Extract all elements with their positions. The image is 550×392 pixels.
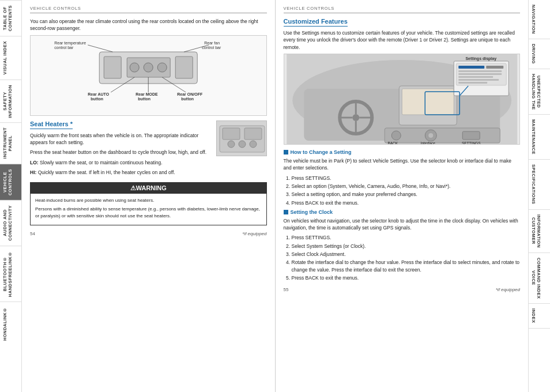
seat-heater-image — [216, 120, 267, 156]
svg-text:SETTINGS: SETTINGS — [461, 141, 480, 145]
right-page-footer: 55 *if equipped — [284, 285, 521, 292]
warning-box: ⚠WARNING Heat-induced burns are possible… — [30, 182, 267, 225]
left-page-footer: 54 *if equipped — [30, 229, 267, 236]
setting-clock-steps: Press SETTINGS. Select System Settings (… — [284, 234, 521, 281]
lo-description: Slowly warm the seat, or to maintain con… — [40, 160, 163, 165]
svg-rect-51 — [385, 128, 500, 143]
left-page-number: 54 — [30, 231, 35, 236]
sidebar-tab-safety[interactable]: SAFETYINFORMATION — [0, 80, 21, 123]
setting-clock-header: Setting the Clock — [284, 209, 521, 215]
right-page-number: 55 — [284, 287, 289, 292]
sidebar-tab-hondalink[interactable]: HONDALINK® — [0, 301, 21, 345]
sidebar-tab-maintenance[interactable]: MAINTENANCE — [529, 115, 550, 160]
how-to-change-steps: Press SETTINGS. Select an option (System… — [284, 175, 521, 206]
customized-features-title: Customized Features — [284, 18, 348, 27]
seat-heater-svg — [217, 121, 267, 156]
hi-text: HI: Quickly warm the seat. If left in HI… — [30, 169, 267, 176]
sidebar-tab-audio[interactable]: AUDIO ANDCONNECTIVITY — [0, 200, 21, 246]
sidebar-tab-voice[interactable]: VOICECOMMAND INDEX — [529, 253, 550, 304]
svg-rect-46 — [458, 76, 493, 78]
sidebar-tab-handling[interactable]: HANDLING THEUNEXPECTED — [529, 69, 550, 115]
how-to-change-step-4: Press BACK to exit the menus. — [292, 199, 521, 206]
setting-clock-step-2: Select System Settings (or Clock). — [292, 243, 521, 250]
svg-line-7 — [88, 45, 112, 52]
sidebar-tab-specifications[interactable]: SPECIFICATIONS — [529, 160, 550, 209]
sidebar-tab-driving[interactable]: DRIVING — [529, 39, 550, 69]
car-diagram-container: BACK Interface SETTINGS Settings display — [284, 54, 521, 145]
svg-point-26 — [228, 141, 235, 148]
car-diagram-svg: BACK Interface SETTINGS Settings display — [284, 54, 520, 145]
svg-point-28 — [250, 141, 257, 148]
sidebar-tab-index[interactable]: INDEX — [529, 304, 550, 328]
svg-point-5 — [144, 63, 153, 72]
page-right: VEHICLE CONTROLS Customized Features Use… — [276, 0, 529, 392]
customized-features-text: Use the Settings menus to customize cert… — [284, 29, 521, 51]
svg-text:button: button — [91, 97, 103, 101]
setting-clock-step-1: Press SETTINGS. — [292, 234, 521, 241]
svg-text:button: button — [181, 97, 194, 101]
left-equipped-note: *if equipped — [242, 231, 266, 236]
warning-content: Heat-induced burns are possible when usi… — [31, 194, 266, 225]
svg-rect-44 — [458, 70, 502, 72]
sidebar-tab-customer[interactable]: CUSTOMERINFORMATION — [529, 210, 550, 253]
svg-text:Interface: Interface — [420, 141, 435, 145]
hi-description: Quickly warm the seat. If left in HI, th… — [38, 169, 175, 175]
setting-clock-title: Setting the Clock — [291, 209, 333, 215]
left-sidebar: TABLE OFCONTENTS VISUAL INDEX SAFETYINFO… — [0, 0, 22, 392]
svg-rect-43 — [486, 66, 503, 69]
how-to-change-section: How to Change a Setting The vehicle must… — [284, 149, 521, 206]
setting-clock-step-5: Press BACK to exit the menus. — [292, 274, 521, 281]
svg-point-54 — [428, 133, 433, 138]
subsection-square-1 — [284, 150, 288, 154]
sidebar-tab-bluetooth[interactable]: BLUETOOTH®HANDSFREELINK® — [0, 246, 21, 301]
right-page-header: VEHICLE CONTROLS — [284, 6, 521, 13]
svg-text:control bar: control bar — [54, 46, 74, 50]
svg-text:button: button — [138, 97, 150, 101]
setting-clock-intro: On vehicles without navigation, use the … — [284, 217, 521, 232]
svg-rect-39 — [402, 89, 454, 115]
svg-point-27 — [239, 141, 246, 148]
seat-heaters-section: Seat Heaters * Quickly warm the front se… — [30, 120, 267, 176]
setting-clock-section: Setting the Clock On vehicles without na… — [284, 209, 521, 282]
sidebar-tab-toc[interactable]: TABLE OFCONTENTS — [0, 0, 21, 36]
svg-rect-2 — [175, 56, 193, 78]
svg-text:control bar: control bar — [202, 46, 221, 50]
sidebar-tab-navigation[interactable]: NAVIGATION — [529, 0, 550, 39]
svg-rect-45 — [458, 73, 502, 75]
svg-point-33 — [352, 114, 359, 121]
svg-text:Rear ON/OFF: Rear ON/OFF — [177, 92, 203, 96]
seat-heaters-title: Seat Heaters * — [30, 120, 73, 129]
sidebar-tab-vehicle-controls[interactable]: VEHICLECONTROLS — [0, 164, 21, 200]
how-to-change-step-3: Select a setting option, and make your p… — [292, 191, 521, 198]
sidebar-tab-visual-index[interactable]: VISUAL INDEX — [0, 36, 21, 79]
how-to-change-step-1: Press SETTINGS. — [292, 175, 521, 182]
intro-text: You can also operate the rear climate co… — [30, 18, 267, 32]
warning-p1: Heat-induced burns are possible when usi… — [35, 197, 262, 203]
svg-text:Rear MODE: Rear MODE — [135, 92, 158, 96]
left-page-header: VEHICLE CONTROLS — [30, 6, 267, 13]
lo-label: LO: — [30, 160, 39, 165]
warning-header: ⚠WARNING — [31, 183, 266, 194]
setting-clock-step-4: Rotate the interface dial to change the … — [292, 259, 521, 273]
svg-text:Rear temperature: Rear temperature — [54, 41, 86, 46]
how-to-change-intro: The vehicle must be in Park (P) to selec… — [284, 157, 521, 172]
rear-control-svg: Rear temperature control bar Rear fan co… — [35, 40, 262, 110]
svg-rect-1 — [104, 56, 121, 78]
svg-rect-55 — [462, 131, 480, 140]
svg-rect-42 — [458, 66, 484, 69]
sidebar-tab-instrument[interactable]: INSTRUMENTPANEL — [0, 122, 21, 163]
hi-label: HI: — [30, 169, 36, 175]
svg-rect-25 — [244, 128, 262, 140]
main-content: VEHICLE CONTROLS You can also operate th… — [22, 0, 528, 392]
svg-point-52 — [391, 131, 401, 140]
svg-point-6 — [157, 63, 167, 72]
right-sidebar: NAVIGATION DRIVING HANDLING THEUNEXPECTE… — [528, 0, 550, 392]
svg-rect-47 — [458, 79, 499, 81]
svg-point-4 — [130, 63, 139, 72]
svg-rect-24 — [223, 128, 240, 140]
how-to-change-title: How to Change a Setting — [291, 149, 352, 155]
right-equipped-note: *if equipped — [496, 287, 520, 292]
svg-text:BACK: BACK — [387, 141, 398, 145]
warning-p2: Persons with a diminished ability to sen… — [35, 206, 262, 218]
how-to-change-header: How to Change a Setting — [284, 149, 521, 155]
